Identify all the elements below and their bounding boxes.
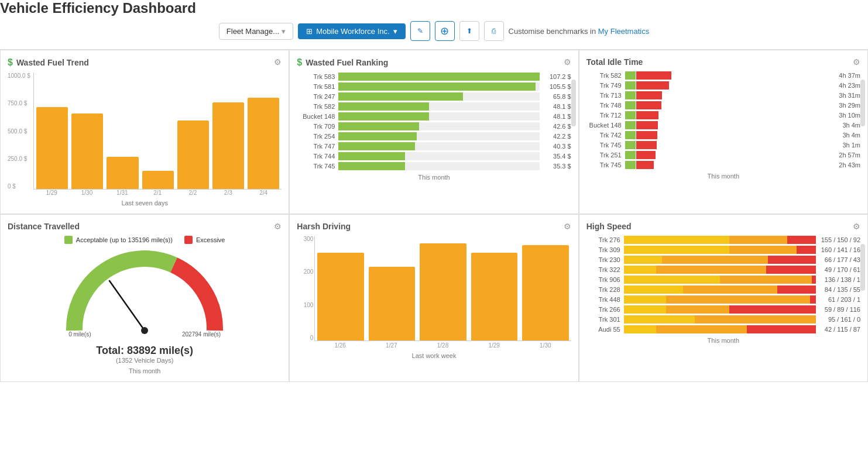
harsh-x-label: 1/29 bbox=[471, 342, 517, 349]
ranking-name: Trk 745 bbox=[297, 163, 335, 170]
idle-row: Trk 251 2h 57m bbox=[586, 151, 860, 159]
ranking-name: Trk 583 bbox=[297, 73, 335, 80]
idle-scrollbar[interactable] bbox=[860, 80, 865, 126]
idle-row: Trk 582 4h 37m bbox=[586, 71, 860, 80]
idle-green-bar bbox=[625, 71, 636, 80]
idle-name: Trk 742 bbox=[586, 132, 622, 139]
bar-x-label: 2/1 bbox=[142, 190, 173, 196]
wasted-fuel-ranking-panel: $ Wasted Fuel Ranking ⚙ Trk 583 107.2 $ … bbox=[289, 50, 578, 214]
ranking-track bbox=[338, 73, 539, 81]
excessive-dot bbox=[184, 236, 193, 244]
fleet-chevron-icon: ▾ bbox=[282, 27, 286, 36]
idle-track bbox=[625, 71, 832, 80]
total-idle-time-gear[interactable]: ⚙ bbox=[853, 57, 860, 67]
fleet-select-label: Fleet Manage... bbox=[227, 27, 279, 36]
speed-red-bar bbox=[729, 305, 816, 314]
header: Vehicle Efficiency Dashboard bbox=[0, 0, 868, 16]
idle-time-list: Trk 582 4h 37m Trk 749 4h 23m Trk 713 3h… bbox=[586, 71, 860, 169]
idle-value: 3h 4m bbox=[836, 132, 860, 139]
idle-row: Bucket 148 3h 4m bbox=[586, 121, 860, 129]
print-button[interactable]: ⎙ bbox=[484, 21, 504, 41]
idle-green-bar bbox=[625, 151, 636, 159]
idle-value: 3h 10m bbox=[836, 112, 860, 119]
idle-red-bar bbox=[636, 91, 662, 99]
speed-yellow-bar bbox=[624, 315, 695, 324]
ranking-value: 107.2 $ bbox=[543, 73, 571, 80]
idle-value: 3h 29m bbox=[836, 102, 860, 109]
speed-red-bar bbox=[787, 236, 816, 244]
upload-button[interactable]: ⬆ bbox=[459, 21, 479, 41]
speed-value: 42 / 115 / 87 bbox=[819, 326, 860, 333]
high-speed-gear[interactable]: ⚙ bbox=[853, 222, 860, 231]
high-speed-footer: This month bbox=[586, 337, 860, 344]
ranking-row: Trk 747 40.3 $ bbox=[297, 142, 571, 150]
edit-button[interactable]: ✎ bbox=[410, 21, 430, 41]
idle-red-bar bbox=[636, 131, 657, 139]
idle-red-bar bbox=[636, 141, 657, 149]
idle-red-bar bbox=[636, 161, 654, 169]
idle-value: 3h 4m bbox=[836, 122, 860, 129]
ranking-track bbox=[338, 132, 539, 140]
speed-red-bar bbox=[797, 246, 816, 254]
speed-scrollbar[interactable] bbox=[860, 244, 865, 291]
ranking-track bbox=[338, 102, 539, 111]
ranking-bar bbox=[338, 162, 404, 170]
ranking-track bbox=[338, 162, 539, 170]
page-title: Vehicle Efficiency Dashboard bbox=[0, 0, 868, 16]
idle-value: 2h 43m bbox=[836, 161, 860, 168]
speed-red-bar bbox=[766, 266, 816, 274]
idle-track bbox=[625, 121, 832, 129]
total-idle-time-panel: Total Idle Time ⚙ Trk 582 4h 37m Trk 749… bbox=[579, 50, 868, 214]
idle-row: Trk 712 3h 10m bbox=[586, 111, 860, 119]
speed-yellow-bar bbox=[624, 285, 684, 294]
ranking-value: 40.3 $ bbox=[543, 143, 571, 150]
speed-name: Trk 309 bbox=[586, 246, 620, 253]
speed-value: 49 / 170 / 61 bbox=[819, 266, 860, 273]
ranking-bar bbox=[338, 152, 404, 160]
wasted-fuel-bar bbox=[36, 107, 68, 189]
speed-track bbox=[624, 285, 816, 294]
speed-track bbox=[624, 256, 816, 264]
harsh-x-label: 1/27 bbox=[368, 342, 415, 349]
add-button[interactable]: ⊕ bbox=[435, 21, 455, 41]
bar-x-label: 1/30 bbox=[71, 190, 102, 196]
ranking-value: 48.1 $ bbox=[543, 103, 571, 110]
speed-value: 160 / 141 / 16 bbox=[819, 246, 860, 253]
ranking-track bbox=[338, 92, 539, 101]
speed-red-bar bbox=[777, 285, 816, 294]
legend-acceptable: Acceptable (up to 135196 mile(s)) bbox=[64, 236, 173, 244]
ranking-row: Bucket 148 48.1 $ bbox=[297, 112, 571, 121]
speed-row: Trk 276 155 / 150 / 92 bbox=[586, 236, 860, 244]
idle-red-bar bbox=[636, 81, 669, 90]
customise-link[interactable]: My Fleetmatics bbox=[598, 27, 649, 36]
speed-orange-bar bbox=[695, 315, 816, 324]
speed-red-bar bbox=[747, 325, 816, 333]
idle-track bbox=[625, 81, 832, 90]
idle-green-bar bbox=[625, 81, 636, 90]
idle-row: Trk 749 4h 23m bbox=[586, 81, 860, 90]
wasted-fuel-bar bbox=[107, 157, 138, 189]
wasted-fuel-trend-gear[interactable]: ⚙ bbox=[274, 57, 282, 67]
distance-travelled-gear[interactable]: ⚙ bbox=[274, 222, 282, 231]
wasted-fuel-ranking-gear[interactable]: ⚙ bbox=[564, 57, 571, 67]
fleet-select[interactable]: Fleet Manage... ▾ bbox=[219, 23, 293, 40]
idle-name: Trk 749 bbox=[586, 82, 622, 89]
scrollbar[interactable] bbox=[571, 80, 576, 126]
gauge-max: 202794 mile(s) bbox=[182, 331, 221, 338]
group-selector[interactable]: ⊞ Mobile Workforce Inc. ▾ bbox=[298, 23, 405, 39]
speed-red-bar bbox=[812, 276, 816, 284]
speed-orange-bar bbox=[683, 285, 777, 294]
speed-orange-bar bbox=[720, 276, 812, 284]
speed-name: Trk 230 bbox=[586, 256, 620, 263]
speed-track bbox=[624, 236, 816, 244]
speed-row: Trk 906 136 / 138 / 1 bbox=[586, 276, 860, 284]
total-idle-time-title: Total Idle Time bbox=[586, 57, 860, 67]
idle-track bbox=[625, 131, 832, 139]
ranking-name: Trk 582 bbox=[297, 103, 335, 110]
speed-name: Trk 448 bbox=[586, 296, 620, 303]
harsh-driving-gear[interactable]: ⚙ bbox=[564, 222, 571, 231]
speed-track bbox=[624, 246, 816, 254]
ranking-value: 42.6 $ bbox=[543, 123, 571, 130]
idle-value: 2h 57m bbox=[836, 152, 860, 159]
group-label: Mobile Workforce Inc. bbox=[316, 27, 389, 36]
